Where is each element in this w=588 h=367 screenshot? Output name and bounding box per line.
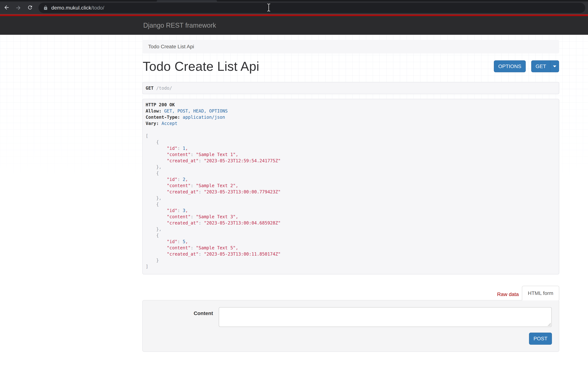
browser-tab-strip: [0, 0, 588, 1]
code-line: }: [146, 257, 559, 263]
breadcrumb-item: Todo Create List Api: [148, 44, 194, 50]
content-textarea[interactable]: [219, 307, 552, 327]
response-body: HTTP 200 OKAllow: GET, POST, HEAD, OPTIO…: [143, 99, 559, 270]
code-line: ]: [146, 263, 559, 270]
response-panel: HTTP 200 OKAllow: GET, POST, HEAD, OPTIO…: [142, 99, 559, 275]
code-line: "created_at": "2023-05-23T13:00:00.77942…: [146, 189, 559, 195]
code-line: "id": 3,: [146, 208, 559, 214]
code-line: Content-Type: application/json: [146, 114, 559, 120]
code-line: Vary: Accept: [146, 120, 559, 127]
browser-reload-button[interactable]: [25, 1, 35, 14]
caret-down-icon: [553, 66, 556, 67]
navbar-brand[interactable]: Django REST framework: [143, 16, 216, 35]
code-line: {: [146, 201, 559, 208]
code-line: Allow: GET, POST, HEAD, OPTIONS: [146, 108, 559, 114]
code-line: "content": "Sample Text 2",: [146, 183, 559, 189]
code-line: "created_at": "2023-05-23T13:00:04.68592…: [146, 220, 559, 226]
code-line: "id": 2,: [146, 176, 559, 183]
code-line: },: [146, 226, 559, 232]
tab-html-form[interactable]: HTML form: [522, 286, 559, 300]
address-bar[interactable]: demo.mukul.click/todo/: [38, 3, 585, 13]
url-text: demo.mukul.click/todo/: [51, 5, 104, 11]
post-button[interactable]: POST: [529, 333, 552, 345]
page-title: Todo Create List Api: [143, 58, 259, 75]
request-path: /todo/: [154, 86, 172, 91]
code-line: "content": "Sample Text 5",: [146, 245, 559, 251]
content-label: Content: [148, 310, 213, 317]
breadcrumb: Todo Create List Api: [142, 40, 559, 53]
code-line: HTTP 200 OK: [146, 102, 559, 108]
lock-icon: [43, 6, 48, 10]
code-line: [146, 127, 559, 133]
code-line: "id": 1,: [146, 145, 559, 151]
code-line: {: [146, 170, 559, 176]
reload-icon: [27, 5, 33, 11]
url-host: demo.mukul.click: [51, 5, 91, 11]
browser-back-button[interactable]: [1, 1, 12, 14]
back-arrow-icon: [3, 4, 10, 11]
request-info: GET /todo/: [142, 82, 559, 94]
forward-arrow-icon: [15, 5, 21, 11]
get-button[interactable]: GET: [531, 60, 550, 72]
code-line: "created_at": "2023-05-23T12:59:54.24177…: [146, 158, 559, 164]
text-cursor: [267, 3, 271, 12]
get-button-group: GET: [531, 60, 559, 72]
code-line: [: [146, 133, 559, 139]
content-container: Todo Create List Api Todo Create List Ap…: [142, 35, 559, 367]
code-line: "content": "Sample Text 1",: [146, 151, 559, 158]
browser-toolbar: demo.mukul.click/todo/: [0, 1, 588, 14]
request-method: GET: [146, 86, 154, 91]
code-line: "id": 5,: [146, 239, 559, 245]
url-path: /todo/: [91, 5, 104, 11]
code-line: },: [146, 164, 559, 170]
code-line: "created_at": "2023-05-23T13:00:11.85017…: [146, 251, 559, 257]
code-line: {: [146, 139, 559, 145]
code-line: },: [146, 195, 559, 201]
code-line: {: [146, 232, 559, 239]
drf-navbar: Django REST framework: [0, 16, 588, 35]
page-background: Todo Create List Api Todo Create List Ap…: [0, 35, 588, 367]
screen: demo.mukul.click/todo/ Django REST frame…: [0, 0, 588, 367]
browser-forward-button[interactable]: [13, 1, 23, 14]
code-line: "content": "Sample Text 3",: [146, 214, 559, 220]
options-button[interactable]: OPTIONS: [494, 60, 526, 72]
tab-raw-data[interactable]: Raw data: [494, 288, 522, 300]
get-dropdown-toggle[interactable]: [550, 60, 559, 72]
